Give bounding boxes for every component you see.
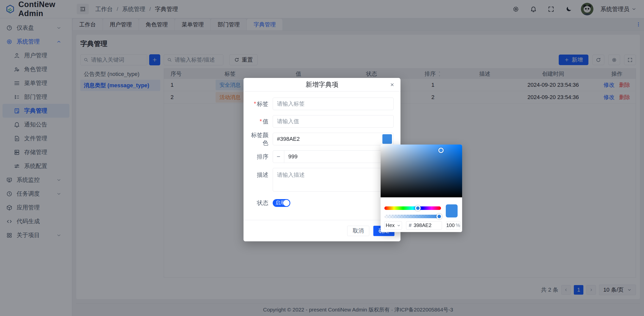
desc-textarea[interactable] <box>273 168 394 192</box>
hue-slider[interactable] <box>384 206 441 210</box>
minus-icon <box>276 154 281 159</box>
value-input[interactable] <box>273 115 394 128</box>
field-label-color: 标签颜色 <box>250 131 268 147</box>
alpha-slider[interactable] <box>384 215 441 218</box>
color-picker-panel: Hex # 398AE2 100 % <box>381 145 462 232</box>
color-picker-trigger[interactable] <box>382 134 392 144</box>
field-label-value: *值 <box>250 118 268 125</box>
saturation-area[interactable] <box>381 145 462 197</box>
field-label-desc: 描述 <box>250 171 268 179</box>
field-label-sort: 排序 <box>250 153 268 161</box>
saturation-handle[interactable] <box>438 148 444 153</box>
modal-title: 新增字典项 <box>306 80 338 89</box>
tag-color-input[interactable] <box>273 133 394 145</box>
cancel-button[interactable]: 取消 <box>347 226 369 236</box>
field-label-tag: *标签 <box>250 100 268 108</box>
add-dict-item-modal: 新增字典项 *标签 *值 标签颜色 排序 999 <box>244 78 400 241</box>
field-label-status: 状态 <box>250 199 268 207</box>
alpha-handle[interactable] <box>436 214 442 219</box>
tag-input[interactable] <box>273 98 394 110</box>
chevron-down-icon <box>397 223 401 228</box>
sort-stepper: 999 <box>273 150 394 163</box>
close-icon <box>390 82 395 87</box>
sort-value[interactable]: 999 <box>284 153 298 160</box>
status-toggle[interactable]: 启用 <box>273 199 290 207</box>
stepper-minus-button[interactable] <box>273 151 284 163</box>
modal-close-button[interactable] <box>388 81 396 88</box>
color-format-select[interactable]: Hex <box>384 221 402 230</box>
current-color-swatch <box>446 204 458 217</box>
hex-value-input[interactable]: # 398AE2 <box>406 221 442 230</box>
hue-handle[interactable] <box>415 205 421 211</box>
alpha-value-input[interactable]: 100 % <box>446 221 460 230</box>
toggle-knob <box>283 200 290 206</box>
